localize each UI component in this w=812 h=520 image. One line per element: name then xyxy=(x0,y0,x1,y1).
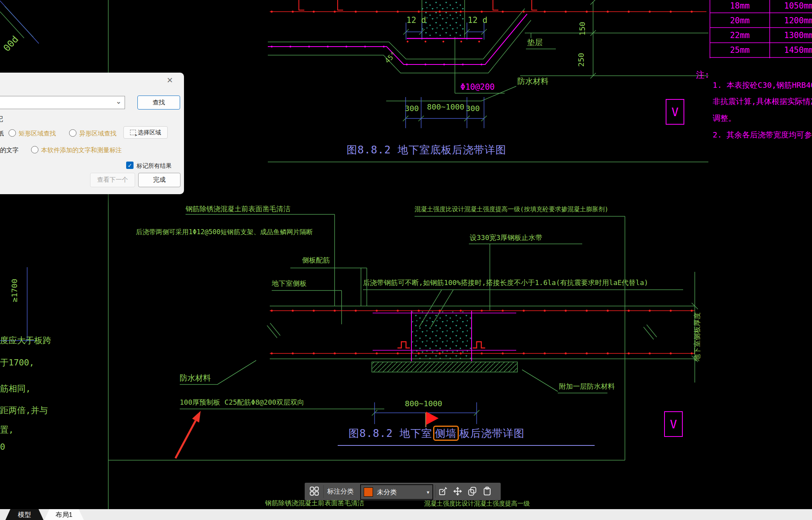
select-region-icon xyxy=(130,130,136,135)
note-strength-bottom: 混凝土强度比设计混凝土强度提高一级 xyxy=(424,500,530,507)
chevron-down-icon[interactable]: ▾ xyxy=(427,489,429,495)
left-partial-4: 距两倍,并与 xyxy=(0,405,48,415)
left-partial-3: 筋相同, xyxy=(0,384,31,393)
cad-application-window: 12 d 12 d 垫层 150 250 防水材料 Φ10@200 45° 30… xyxy=(0,0,812,520)
note-surface-prep-bottom: 钢筋除锈浇混凝土前表面凿毛清洁 xyxy=(265,499,364,507)
label-waterproof-top: 防水材料 xyxy=(517,77,548,86)
label-phi10-200: Φ10@200 xyxy=(460,82,495,92)
left-partial-2: 于1700, xyxy=(0,358,34,367)
table-cell: 18mm xyxy=(710,1,770,10)
label-extra-waterproof: 附加一层防水材料 xyxy=(559,383,615,391)
close-icon[interactable]: × xyxy=(167,74,173,86)
classify-label: 标注分类 xyxy=(327,487,354,496)
dim-250: 250 xyxy=(577,53,586,67)
copy-icon[interactable] xyxy=(468,487,477,496)
tab-model[interactable]: 模型 xyxy=(5,509,43,520)
clipped-label-paper: 纸 xyxy=(0,130,4,138)
radio-software-text-label[interactable]: 本软件添加的文字和测量标注 xyxy=(41,146,122,155)
v-symbol-top: V xyxy=(666,99,684,124)
dim-12d-right: 12 d xyxy=(468,16,488,25)
table-cell: 22mm xyxy=(710,31,770,40)
left-partial-1: 度应大于板跨 xyxy=(0,336,51,345)
dim-800-1000-mid: 800~1000 xyxy=(405,399,442,408)
notes-line: 调整。 xyxy=(713,114,736,123)
left-partial-5: 置, xyxy=(0,425,14,435)
figure2-title-post: 板后浇带详图 xyxy=(460,427,525,439)
label-waterproof-mid: 防水材料 xyxy=(180,374,211,383)
select-region-label: 选择区域 xyxy=(138,129,161,136)
dim-300-right: 300 xyxy=(466,104,480,113)
dim-800-1000-top: 800~1000 xyxy=(427,103,464,111)
figure2-title: 图8.8.2 地下室侧墙板后浇带详图 xyxy=(349,426,525,441)
note-strength-top: 混凝土强度比设计混凝土强度提高一级(按填充砼要求掺混凝土膨胀剂) xyxy=(415,206,608,213)
notes-line: 2. 其余各后浇带宽度均可参此表。 xyxy=(713,130,812,139)
radio-software-text[interactable] xyxy=(31,146,38,153)
toolbar-separator xyxy=(323,485,324,498)
tab-layout1[interactable]: 布局1 xyxy=(44,509,84,520)
category-dropdown[interactable]: 未分类 ▾ xyxy=(360,484,433,500)
figure2-title-highlight: 侧墙 xyxy=(433,426,459,441)
notes-title: 注: xyxy=(696,70,710,80)
table-cell: 25mm xyxy=(710,45,770,55)
chevron-down-icon[interactable]: ⌄ xyxy=(116,97,121,106)
dim-150: 150 xyxy=(578,22,587,36)
red-annotation-arrow xyxy=(175,421,196,458)
find-button[interactable]: 查找 xyxy=(137,96,180,110)
flag-marker-icon xyxy=(426,412,439,425)
radio-poly-region[interactable] xyxy=(69,129,76,137)
table-cell: 1050mm xyxy=(770,1,812,10)
edit-icon[interactable] xyxy=(438,487,448,496)
note-surface-prep-top: 钢筋除锈浇混凝土前表面凿毛清洁 xyxy=(186,205,290,213)
move-icon[interactable] xyxy=(453,487,462,496)
notes-line: 非抗震计算,具体根据实际情况相应 xyxy=(713,97,812,106)
label-basement-side-panel: 地下室侧板 xyxy=(272,280,307,288)
notes-line: 1. 本表按砼C30,钢筋HRB400, xyxy=(713,81,812,90)
figure2-title-pre: 图8.8.2 地下室 xyxy=(349,427,432,439)
table-cell: 1200mm xyxy=(770,16,812,25)
label-cushion-layer: 垫层 xyxy=(527,38,543,47)
dim-300-left: 300 xyxy=(405,104,419,113)
table-cell: 1450mm xyxy=(770,45,812,55)
table-cell: 1300mm xyxy=(770,31,812,40)
note-rebar-lap: 后浇带钢筋可不断,如钢筋100%搭接时,搭接长度不小于1.6la(有抗震要求时用… xyxy=(363,279,648,287)
table-cell: 20mm xyxy=(710,16,770,25)
clipped-label-text: 的文字 xyxy=(0,146,19,155)
apps-grid-icon[interactable] xyxy=(310,487,319,496)
label-wall-thickness: 地下室侧板厚度 xyxy=(693,312,701,361)
category-color-swatch xyxy=(364,487,373,497)
figure2-title-underline xyxy=(338,445,595,446)
note-precast-slab: 100厚预制板 C25配筋Φ8@200双层双向 xyxy=(180,398,304,407)
radio-poly-region-label[interactable]: 异形区域查找 xyxy=(79,130,116,138)
paste-icon[interactable] xyxy=(482,487,492,496)
label-side-panel-rebar: 侧板配筋 xyxy=(302,256,330,264)
figure1-title: 图8.8.2 地下室底板后浇带详图 xyxy=(347,144,507,156)
left-partial-6: 0 xyxy=(0,442,5,452)
mark-all-label[interactable]: 标记所有结果 xyxy=(137,162,172,170)
find-text-dialog: × ⌄ 查找 记 纸 矩形区域查找 异形区域查找 选择区域 的文字 本软件添加的… xyxy=(0,73,184,194)
mark-all-checkbox[interactable]: ✓ xyxy=(126,162,134,169)
dim-ge1700: ≥1700 xyxy=(10,279,19,302)
annotation-toolbar: 标注分类 未分类 ▾ xyxy=(305,483,501,500)
done-button[interactable]: 完成 xyxy=(138,173,180,187)
clipped-label-mark: 记 xyxy=(0,115,3,123)
view-next-button[interactable]: 查看下一个 xyxy=(90,173,135,187)
select-region-button[interactable]: 选择区域 xyxy=(123,126,168,139)
dim-12d-left: 12 d xyxy=(406,16,426,25)
v-symbol-bottom: V xyxy=(665,412,682,437)
note-steel-plate-waterstop: 设330宽3厚钢板止水带 xyxy=(470,234,542,242)
find-combobox[interactable]: ⌄ xyxy=(0,96,125,109)
radio-rect-region-label[interactable]: 矩形区域查找 xyxy=(19,130,56,138)
radio-rect-region[interactable] xyxy=(9,129,16,137)
toolbar-separator xyxy=(435,485,435,498)
category-value: 未分类 xyxy=(377,488,427,497)
layout-tab-bar: 模型 布局1 xyxy=(0,509,812,520)
note-side-supports: 后浇带两侧可采用1Φ12@500短钢筋支架、成品鱼鳞网片隔断 xyxy=(136,228,313,236)
